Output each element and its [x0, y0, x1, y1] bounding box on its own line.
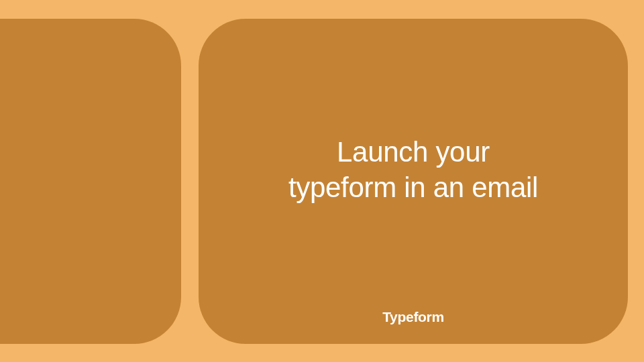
slide-panel-main: Launch your typeform in an email Typefor… [199, 19, 628, 344]
brand-logo-text: Typeform [199, 309, 628, 325]
headline-line-1: Launch your [337, 136, 490, 168]
headline-line-2: typeform in an email [288, 172, 538, 203]
decorative-panel-left [0, 19, 181, 344]
slide-headline: Launch your typeform in an email [288, 135, 538, 205]
